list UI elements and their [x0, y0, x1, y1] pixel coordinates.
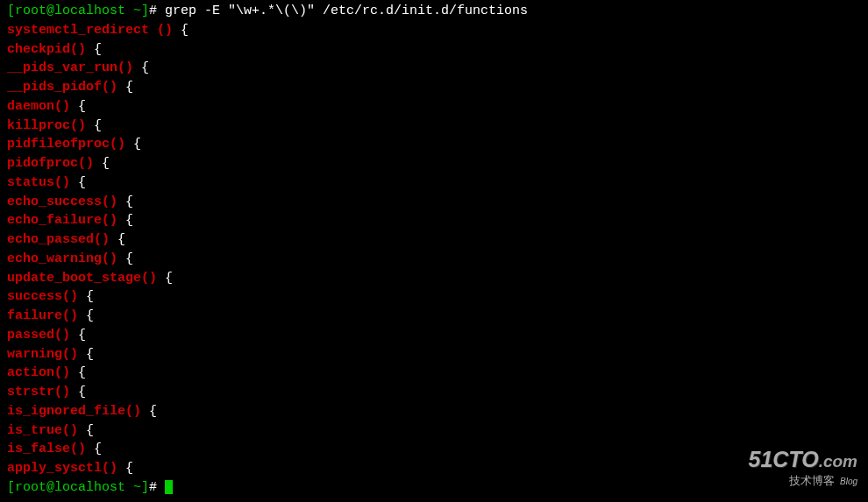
output-line: killproc() { [7, 117, 861, 136]
output-line: is_false() { [7, 440, 861, 459]
prompt-user-host: [root@localhost ~] [7, 4, 149, 18]
terminal[interactable]: [root@localhost ~]# grep -E "\w+.*\(\)" … [7, 2, 861, 498]
output-line: action() { [7, 364, 861, 383]
output-rest: { [70, 385, 86, 399]
grep-match: systemctl_redirect () [7, 23, 173, 38]
output-line: checkpid() { [7, 40, 861, 60]
output-rest: { [117, 251, 133, 266]
grep-match: echo_passed() [7, 232, 110, 247]
output-line: echo_success() { [7, 193, 861, 212]
watermark-sub: 技术博客 [789, 474, 835, 487]
output-rest: { [86, 118, 102, 133]
grep-match: passed() [7, 328, 70, 343]
output-line: systemctl_redirect () { [7, 21, 861, 40]
output-rest: { [94, 156, 110, 171]
output-rest: { [70, 365, 86, 380]
cursor-icon [165, 480, 173, 494]
output-rest: { [70, 175, 86, 190]
output-line: pidofproc() { [7, 154, 861, 173]
output-line: echo_failure() { [7, 211, 861, 230]
output-line: is_true() { [7, 421, 861, 441]
output-line: is_ignored_file() { [7, 402, 861, 421]
output-line: daemon() { [7, 97, 861, 117]
output-rest: { [110, 232, 125, 247]
output-line: apply_sysctl() { [7, 459, 861, 478]
output-rest: { [86, 42, 102, 57]
grep-match: strstr() [7, 385, 70, 399]
output-rest: { [78, 347, 94, 362]
output-line: strstr() { [7, 383, 861, 402]
output-line: passed() { [7, 326, 861, 345]
output-rest: { [117, 461, 133, 476]
output-rest: { [86, 442, 102, 456]
grep-output: systemctl_redirect () {checkpid() {__pid… [7, 21, 861, 478]
grep-match: echo_warning() [7, 251, 117, 266]
grep-match: action() [7, 365, 70, 380]
output-line: failure() { [7, 307, 861, 326]
watermark-suffix: .com [819, 452, 857, 470]
prompt-hash: # [149, 4, 165, 18]
grep-match: daemon() [7, 99, 70, 114]
output-rest: { [78, 308, 94, 323]
output-line: update_boot_stage() { [7, 269, 861, 288]
output-line: __pids_pidof() { [7, 78, 861, 97]
output-line: success() { [7, 287, 861, 307]
output-rest: { [70, 328, 86, 343]
grep-match: status() [7, 175, 70, 190]
watermark-main: 51CTO [749, 447, 819, 471]
watermark-blog: Blog [840, 477, 857, 486]
grep-match: pidfileofproc() [7, 137, 125, 152]
output-line: warning() { [7, 345, 861, 364]
prompt-hash: # [149, 480, 165, 495]
output-rest: { [70, 99, 86, 114]
grep-match: killproc() [7, 118, 86, 133]
output-line: status() { [7, 173, 861, 193]
prompt-line[interactable]: [root@localhost ~]# [7, 478, 861, 498]
grep-match: checkpid() [7, 42, 86, 57]
grep-match: __pids_pidof() [7, 80, 117, 95]
grep-match: echo_success() [7, 194, 117, 209]
output-rest: { [125, 137, 141, 152]
output-rest: { [173, 23, 189, 38]
output-rest: { [117, 194, 133, 209]
output-line: echo_warning() { [7, 250, 861, 269]
output-rest: { [157, 271, 173, 286]
output-rest: { [141, 404, 157, 419]
output-line: __pids_var_run() { [7, 59, 861, 78]
output-rest: { [78, 289, 94, 304]
grep-match: pidofproc() [7, 156, 94, 171]
grep-match: failure() [7, 308, 78, 323]
grep-match: __pids_var_run() [7, 60, 133, 75]
grep-match: is_false() [7, 442, 86, 456]
grep-match: warning() [7, 347, 78, 362]
output-line: pidfileofproc() { [7, 135, 861, 154]
output-rest: { [117, 213, 133, 228]
command-line: [root@localhost ~]# grep -E "\w+.*\(\)" … [7, 2, 861, 21]
output-line: echo_passed() { [7, 230, 861, 250]
grep-match: success() [7, 289, 78, 304]
output-rest: { [133, 60, 149, 75]
grep-match: apply_sysctl() [7, 461, 117, 476]
grep-match: update_boot_stage() [7, 271, 157, 286]
grep-match: is_true() [7, 423, 78, 438]
prompt-user-host: [root@localhost ~] [7, 480, 149, 495]
watermark: 51CTO.com 技术博客Blog [749, 443, 858, 490]
output-rest: { [117, 80, 133, 95]
grep-match: echo_failure() [7, 213, 117, 228]
grep-match: is_ignored_file() [7, 404, 141, 419]
output-rest: { [78, 423, 94, 438]
command-text: grep -E "\w+.*\(\)" /etc/rc.d/init.d/fun… [165, 4, 528, 18]
